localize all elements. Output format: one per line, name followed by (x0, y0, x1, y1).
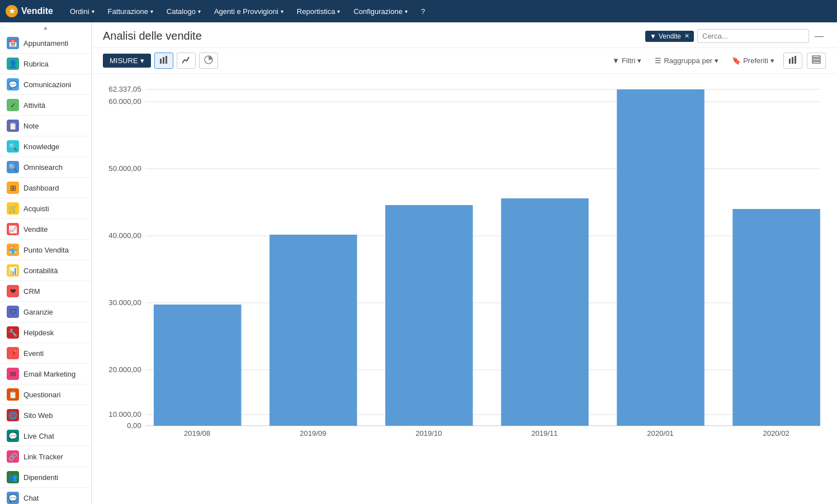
chart-view-button[interactable] (783, 53, 802, 69)
sidebar-item-comunicazioni[interactable]: 💬 Comunicazioni (0, 74, 91, 95)
sidebar-item-chat[interactable]: 💬 Chat (0, 488, 91, 504)
filter-icon: ▼ (650, 32, 656, 40)
y-label-max: 62.337,05 (108, 85, 141, 93)
sidebar-item-acquisti[interactable]: 🛒 Acquisti (0, 198, 91, 219)
bar-chart-button[interactable] (154, 53, 173, 69)
link-icon: 🔗 (7, 450, 19, 463)
line-chart-button[interactable] (177, 53, 196, 69)
x-label-2019-10: 2019/10 (415, 429, 442, 437)
svg-rect-4 (789, 59, 791, 64)
nav-catalogo-arrow: ▾ (198, 8, 201, 15)
bar-2019-10 (385, 205, 473, 426)
main-content: Analisi delle vendite ▼ Vendite ✕ — MISU… (92, 22, 837, 504)
sidebar-item-punto-vendita[interactable]: 🏪 Punto Vendita (0, 240, 91, 260)
y-label-30000: 30.000,00 (108, 298, 141, 307)
sidebar-item-eventi[interactable]: 📌 Eventi (0, 343, 91, 364)
filters-button[interactable]: ▼ Filtri ▾ (608, 54, 646, 67)
crm-icon: ❤ (7, 285, 19, 297)
sidebar: ▲ 📅 Appuntamenti 👤 Rubrica 💬 Comunicazio… (0, 22, 92, 504)
employees-icon: 👥 (7, 471, 19, 483)
events-icon: 📌 (7, 347, 19, 359)
y-label-40000: 40.000,00 (108, 231, 141, 240)
sidebar-scroll-up[interactable]: ▲ (0, 22, 91, 33)
omnisearch-icon: 🔍 (7, 161, 19, 173)
sidebar-item-attivita[interactable]: ✓ Attività (0, 95, 91, 116)
nav-catalogo[interactable]: Catalogo ▾ (161, 0, 206, 22)
filters-arrow: ▾ (637, 56, 641, 65)
nav-configurazione-arrow: ▾ (405, 8, 408, 15)
nav-agenti-arrow: ▾ (281, 8, 283, 15)
measures-arrow: ▾ (140, 56, 144, 65)
sidebar-item-questionari[interactable]: 📋 Questionari (0, 384, 91, 405)
bar-2019-08 (154, 305, 242, 426)
bar-2020-01 (617, 89, 704, 426)
filter-close-button[interactable]: ✕ (684, 32, 689, 40)
survey-icon: 📋 (7, 388, 19, 401)
sidebar-item-knowledge[interactable]: 🔍 Knowledge (0, 136, 91, 157)
sidebar-item-live-chat[interactable]: 💬 Live Chat (0, 426, 91, 446)
brand-icon: ★ (6, 5, 18, 17)
nav-configurazione[interactable]: Configurazione ▾ (348, 0, 413, 22)
nav-fatturazione-arrow: ▾ (150, 8, 153, 15)
sidebar-item-omnisearch[interactable]: 🔍 Omnisearch (0, 157, 91, 178)
filter-label: Vendite (659, 32, 681, 40)
nav-agenti[interactable]: Agenti e Provvigioni ▾ (209, 0, 289, 22)
sidebar-item-appuntamenti[interactable]: 📅 Appuntamenti (0, 33, 91, 54)
pie-chart-button[interactable] (199, 53, 218, 69)
favorites-button[interactable]: 🔖 Preferiti ▾ (727, 54, 779, 67)
minimize-button[interactable]: — (812, 31, 826, 41)
calendar-icon: 📅 (7, 37, 19, 49)
svg-rect-1 (163, 57, 164, 64)
bar-2019-09 (269, 235, 357, 426)
top-navigation: ★ Vendite Ordini ▾ Fatturazione ▾ Catalo… (0, 0, 837, 22)
check-icon: ✓ (7, 99, 19, 111)
nav-reportistica-arrow: ▾ (337, 8, 340, 15)
sidebar-item-crm[interactable]: ❤ CRM (0, 281, 91, 302)
page-title: Analisi delle vendite (103, 30, 202, 42)
group-by-button[interactable]: ☰ Raggruppa per ▾ (650, 54, 723, 67)
sidebar-item-rubrica[interactable]: 👤 Rubrica (0, 54, 91, 74)
nav-fatturazione[interactable]: Fatturazione ▾ (102, 0, 159, 22)
brand-logo[interactable]: ★ Vendite (6, 5, 53, 17)
chat-icon: 💬 (7, 78, 19, 91)
sidebar-item-contabilita[interactable]: 📊 Contabilità (0, 260, 91, 281)
sidebar-item-dashboard[interactable]: ⊞ Dashboard (0, 178, 91, 198)
bar-2019-11 (501, 198, 589, 426)
bar-chart-svg: 62.337,05 60.000,00 50.000,00 40.000,00 … (103, 79, 826, 437)
x-label-2019-08: 2019/08 (184, 429, 210, 437)
shopping-icon: 🛒 (7, 202, 19, 215)
svg-rect-6 (795, 56, 796, 64)
sidebar-item-vendite[interactable]: 📈 Vendite (0, 219, 91, 240)
warranty-icon: 🛡 (7, 306, 19, 318)
y-label-60000: 60.000,00 (108, 97, 141, 106)
bookmark-icon: 🔖 (732, 56, 741, 65)
svg-rect-7 (812, 56, 820, 58)
sidebar-item-dipendenti[interactable]: 👥 Dipendenti (0, 467, 91, 488)
svg-rect-5 (792, 57, 793, 64)
livechat-icon: 💬 (7, 430, 19, 442)
email-icon: ✉ (7, 368, 19, 380)
y-label-50000: 50.000,00 (108, 164, 141, 173)
sales-icon: 📈 (7, 223, 19, 235)
sidebar-item-note[interactable]: 📋 Note (0, 116, 91, 136)
nav-reportistica[interactable]: Reportistica ▾ (291, 0, 346, 22)
sidebar-item-garanzie[interactable]: 🛡 Garanzie (0, 302, 91, 322)
x-label-2019-09: 2019/09 (300, 429, 326, 437)
brand-name: Vendite (21, 6, 53, 16)
bar-2020-02 (732, 209, 820, 426)
filter-funnel-icon: ▼ (612, 56, 620, 65)
search-input[interactable] (697, 29, 809, 43)
chart-area: 62.337,05 60.000,00 50.000,00 40.000,00 … (92, 74, 837, 504)
table-view-button[interactable] (807, 53, 826, 69)
measures-button[interactable]: MISURE ▾ (103, 54, 151, 68)
sidebar-item-email-marketing[interactable]: ✉ Email Marketing (0, 364, 91, 384)
x-label-2020-01: 2020/01 (647, 429, 673, 437)
nav-ordini[interactable]: Ordini ▾ (64, 0, 100, 22)
nav-help[interactable]: ? (415, 0, 431, 22)
website-icon: 🌐 (7, 409, 19, 421)
toolbar-left: MISURE ▾ (103, 53, 218, 69)
sidebar-item-sito-web[interactable]: 🌐 Sito Web (0, 405, 91, 426)
sidebar-item-helpdesk[interactable]: 🔧 Helpdesk (0, 322, 91, 343)
x-label-2019-11: 2019/11 (531, 429, 557, 437)
sidebar-item-link-tracker[interactable]: 🔗 Link Tracker (0, 446, 91, 467)
